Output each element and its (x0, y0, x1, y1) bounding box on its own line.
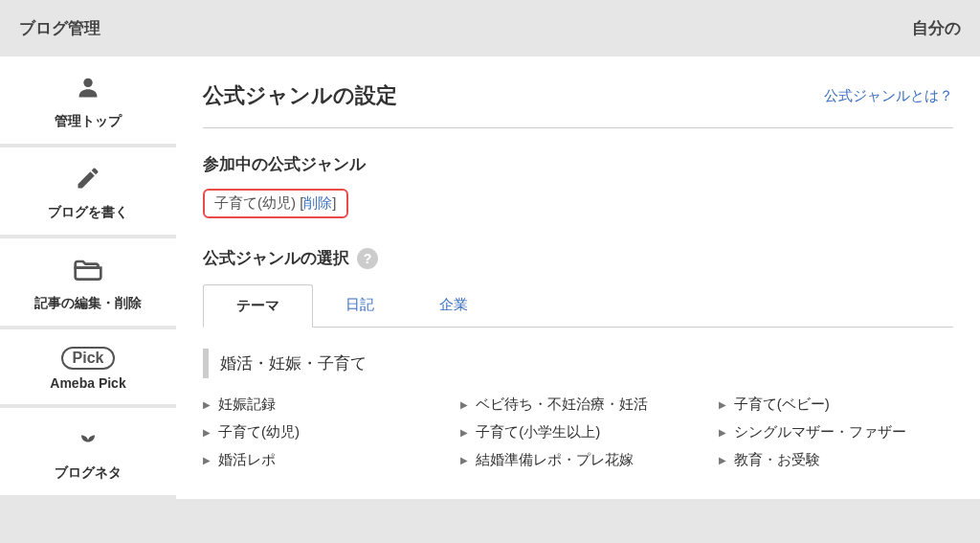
genre-grid: 妊娠記録 ベビ待ち・不妊治療・妊活 子育て(ベビー) 子育て(幼児) 子育て(小… (203, 396, 953, 469)
genre-item[interactable]: 子育て(小学生以上) (460, 423, 695, 441)
current-genre-box: 子育て(幼児) [削除] (203, 189, 348, 218)
sidebar-item-label: ブログを書く (10, 204, 167, 221)
genre-item[interactable]: 教育・お受験 (719, 451, 953, 469)
genre-item[interactable]: 婚活レポ (203, 451, 437, 469)
genre-item[interactable]: ベビ待ち・不妊治療・妊活 (460, 396, 695, 414)
tab-theme[interactable]: テーマ (203, 284, 313, 328)
sidebar: 管理トップ ブログを書く 記事の編集・削除 Pick Ameba Pick ブロ… (0, 57, 176, 499)
genre-item[interactable]: シングルマザー・ファザー (719, 423, 953, 441)
genre-item[interactable]: 子育て(ベビー) (719, 396, 953, 414)
pick-icon: Pick (61, 347, 116, 370)
genre-tabs: テーマ 日記 企業 (203, 284, 953, 328)
tab-diary[interactable]: 日記 (313, 284, 407, 327)
current-genre-section-title: 参加中の公式ジャンル (203, 153, 953, 175)
svg-point-0 (83, 79, 92, 87)
sidebar-item-admin-top[interactable]: 管理トップ (0, 57, 176, 144)
folder-icon (73, 256, 103, 287)
sidebar-item-label: 管理トップ (10, 113, 167, 130)
topbar-right-text: 自分の (912, 17, 961, 39)
pencil-icon (75, 165, 101, 196)
genre-item[interactable]: 妊娠記録 (203, 396, 437, 414)
genre-group-title: 婚活・妊娠・子育て (203, 349, 953, 378)
sidebar-item-edit-delete[interactable]: 記事の編集・削除 (0, 238, 176, 326)
sidebar-item-label: ブログネタ (10, 464, 167, 482)
genre-select-section-title: 公式ジャンルの選択 (203, 247, 349, 269)
sidebar-item-label: Ameba Pick (10, 375, 167, 391)
sidebar-item-label: 記事の編集・削除 (10, 295, 167, 312)
genre-item[interactable]: 子育て(幼児) (203, 423, 437, 441)
help-icon[interactable]: ? (357, 248, 378, 269)
delete-genre-link[interactable]: 削除 (303, 194, 332, 211)
sprout-icon (75, 425, 101, 457)
main-content: 公式ジャンルの設定 公式ジャンルとは？ 参加中の公式ジャンル 子育て(幼児) [… (176, 57, 980, 499)
help-link[interactable]: 公式ジャンルとは？ (824, 87, 953, 105)
topbar-title: ブログ管理 (19, 17, 100, 39)
page-title: 公式ジャンルの設定 (203, 81, 397, 110)
sidebar-item-write[interactable]: ブログを書く (0, 147, 176, 235)
sidebar-item-blog-neta[interactable]: ブログネタ (0, 408, 176, 495)
sidebar-item-ameba-pick[interactable]: Pick Ameba Pick (0, 329, 176, 404)
genre-item[interactable]: 結婚準備レポ・プレ花嫁 (460, 451, 695, 469)
tab-corporate[interactable]: 企業 (407, 284, 501, 327)
person-icon (75, 74, 101, 105)
current-genre-name: 子育て(幼児) (214, 194, 296, 211)
